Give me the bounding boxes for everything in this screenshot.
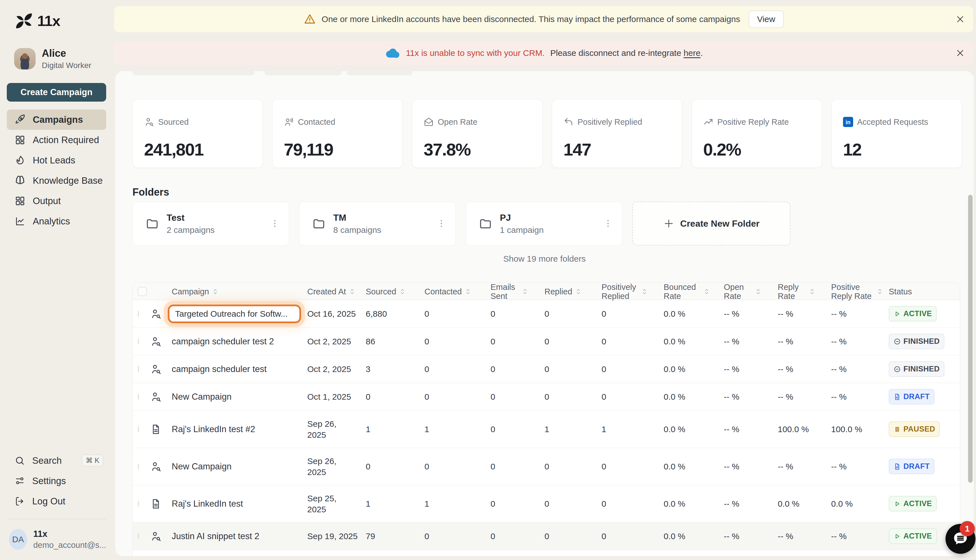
sort-icon: [809, 288, 816, 295]
kebab-menu-icon[interactable]: [435, 215, 448, 233]
create-new-folder-button[interactable]: Create New Folder: [632, 202, 791, 245]
select-all-checkbox[interactable]: [138, 287, 150, 296]
sort-icon: [212, 288, 219, 295]
main-content: Sourced 241,801 Contacted 79,119: [115, 71, 974, 556]
column-bounced-rate[interactable]: Bounced Rate: [664, 283, 724, 301]
sidebar-item-logout[interactable]: Log Out: [7, 491, 106, 512]
column-emails-sent[interactable]: Emails Sent: [491, 283, 544, 301]
column-open-rate[interactable]: Open Rate: [724, 283, 778, 301]
kebab-menu-icon[interactable]: [601, 215, 615, 233]
campaign-name[interactable]: New Campaign: [172, 462, 307, 472]
table-row[interactable]: New Campaign Oct 1, 2025 0 0 0 0 0 0.0 %…: [133, 383, 960, 411]
column-replied[interactable]: Replied: [544, 287, 602, 296]
nav-label: Hot Leads: [33, 155, 75, 166]
row-checkbox[interactable]: [138, 338, 139, 344]
here-link[interactable]: here: [683, 48, 701, 58]
close-icon[interactable]: [954, 13, 966, 25]
dashboard-icon: [15, 135, 25, 145]
replied-cell: 0: [544, 499, 602, 508]
emails-sent-cell: 0: [491, 532, 544, 541]
row-checkbox[interactable]: [138, 394, 139, 400]
stat-label: Positively Replied: [577, 117, 642, 127]
bounced-rate-cell: 0.0 %: [664, 462, 724, 472]
column-reply-rate[interactable]: Reply Rate: [778, 283, 831, 301]
bounced-rate-cell: 0.0 %: [664, 425, 724, 434]
row-checkbox[interactable]: [138, 426, 139, 432]
search-label: Search: [32, 455, 62, 466]
column-sourced[interactable]: Sourced: [366, 287, 424, 296]
draft-file-icon: [894, 393, 901, 400]
avatar: [14, 48, 35, 70]
column-positive-reply-rate[interactable]: Positive Reply Rate: [831, 283, 889, 301]
campaign-name-input[interactable]: Targeted Outreach for Softw...: [168, 305, 301, 323]
table-row[interactable]: campaign scheduler test 2 Oct 2, 2025 86…: [133, 328, 960, 355]
replied-cell: 1: [544, 425, 602, 434]
row-checkbox[interactable]: [138, 533, 139, 539]
row-checkbox[interactable]: [138, 463, 139, 469]
contacted-cell: 0: [424, 392, 491, 402]
column-campaign[interactable]: Campaign: [172, 287, 307, 296]
view-button[interactable]: View: [749, 10, 784, 28]
table-row[interactable]: Raj's LinkedIn test #2 Sep 26, 2025 1 1 …: [133, 411, 960, 448]
table-row[interactable]: Raj's LinkedIn test Sep 25, 2025 1 1 0 0…: [133, 485, 960, 522]
sidebar-item-analytics[interactable]: Analytics: [7, 211, 106, 232]
column-contacted[interactable]: Contacted: [424, 287, 491, 296]
chart-icon: [15, 216, 25, 227]
close-icon[interactable]: [954, 47, 966, 59]
sidebar-footer: Search ⌘ K Settings Log Out DA 11x: [7, 450, 106, 560]
table-row[interactable]: Justin AI snippet test 2 Sep 19, 2025 79…: [133, 522, 960, 550]
contacted-cell: 0: [424, 532, 491, 541]
table-row[interactable]: New Campaign Sep 26, 2025 0 0 0 0 0 0.0 …: [133, 448, 960, 485]
sort-icon: [464, 288, 472, 295]
sort-icon: [399, 288, 406, 295]
campaign-name[interactable]: campaign scheduler test: [172, 364, 307, 374]
sidebar-item-action-required[interactable]: Action Required: [7, 130, 106, 150]
folder-card-test[interactable]: Test 2 campaigns: [132, 202, 289, 245]
campaign-name[interactable]: Raj's LinkedIn test #2: [172, 424, 307, 434]
table-row[interactable]: Targeted Outreach for Softw... Oct 16, 2…: [133, 300, 960, 328]
campaign-name[interactable]: Raj's LinkedIn test: [172, 499, 307, 509]
warning-icon: [304, 13, 316, 25]
sidebar-item-settings[interactable]: Settings: [7, 471, 106, 491]
stat-card-positive-reply-rate: Positive Reply Rate 0.2%: [692, 99, 822, 168]
svg-text:in: in: [846, 119, 850, 125]
kebab-menu-icon[interactable]: [268, 215, 282, 233]
status-badge: PAUSED: [889, 422, 940, 437]
campaign-name[interactable]: New Campaign: [172, 392, 307, 402]
logout-icon: [15, 496, 25, 507]
column-created-at[interactable]: Created At: [307, 287, 366, 296]
open-rate-cell: -- %: [724, 499, 778, 508]
crm-sync-banner: 11x is unable to sync with your CRM. Ple…: [114, 41, 973, 65]
created-at-cell: Sep 19, 2025: [307, 531, 366, 542]
create-campaign-button[interactable]: Create Campaign: [7, 83, 106, 102]
account-name: 11x: [33, 529, 106, 539]
table-row[interactable]: campaign scheduler test Oct 2, 2025 3 0 …: [133, 355, 960, 383]
status-badge: ACTIVE: [889, 306, 937, 322]
row-checkbox[interactable]: [138, 366, 139, 372]
sort-icon: [521, 288, 529, 295]
sourced-cell: 3: [366, 364, 424, 374]
sidebar-divider: [7, 519, 106, 519]
folder-card-pj[interactable]: PJ 1 campaign: [466, 202, 622, 245]
user-search-icon: [150, 461, 162, 472]
sidebar-item-knowledge-base[interactable]: Knowledge Base: [7, 170, 106, 191]
sidebar-item-campaigns[interactable]: Campaigns: [7, 110, 106, 130]
show-more-folders-link[interactable]: Show 19 more folders: [115, 254, 974, 263]
row-checkbox[interactable]: [138, 501, 139, 507]
campaign-name[interactable]: Justin AI snippet test 2: [172, 531, 307, 542]
11x-logo-icon: [16, 13, 32, 29]
vertical-scrollbar[interactable]: [968, 195, 973, 483]
sidebar-item-search[interactable]: Search ⌘ K: [7, 450, 106, 471]
account-switcher[interactable]: DA 11x demo_account@s...: [9, 529, 106, 550]
sidebar-item-output[interactable]: Output: [7, 191, 106, 211]
stat-value: 0.2%: [703, 140, 811, 160]
sidebar-item-hot-leads[interactable]: Hot Leads: [7, 150, 106, 170]
column-positively-replied[interactable]: Positively Replied: [602, 283, 664, 301]
row-checkbox[interactable]: [138, 311, 139, 317]
folder-card-tm[interactable]: TM 8 campaigns: [299, 202, 456, 245]
sidebar: 11x Alice Digital Worker Create Campaign…: [0, 0, 113, 560]
campaign-name[interactable]: campaign scheduler test 2: [172, 337, 307, 347]
column-status[interactable]: Status: [889, 287, 960, 296]
sourced-cell: 86: [366, 337, 424, 346]
sort-icon: [641, 288, 648, 295]
